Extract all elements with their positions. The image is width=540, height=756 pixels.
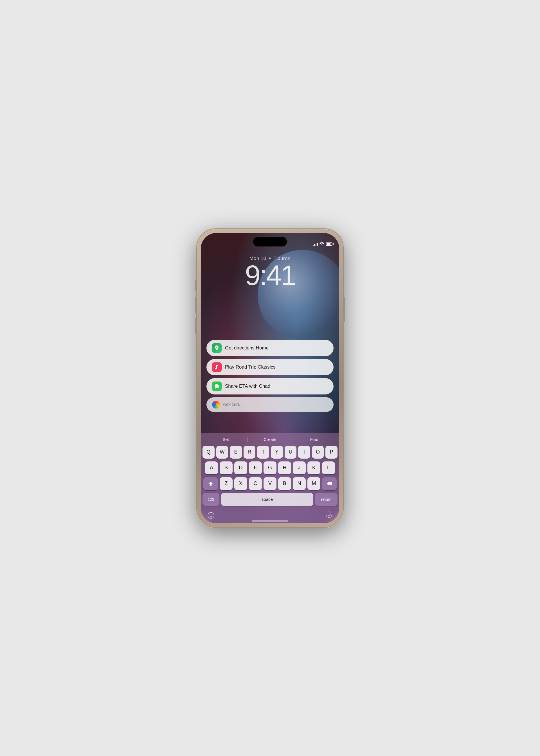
key-p[interactable]: P <box>326 446 338 459</box>
siri-orb-icon <box>212 401 220 408</box>
messages-app-icon <box>212 381 222 391</box>
predictive-create[interactable]: Create <box>248 435 292 443</box>
mic-key[interactable] <box>324 510 335 521</box>
key-i[interactable]: I <box>298 446 310 459</box>
status-right <box>313 242 333 246</box>
signal-bar-1 <box>313 245 314 245</box>
signal-bar-4 <box>317 243 318 245</box>
key-j[interactable]: J <box>293 461 306 474</box>
key-q[interactable]: Q <box>202 446 214 459</box>
svg-point-1 <box>209 514 210 515</box>
music-suggestion-text: Play Road Trip Classics <box>225 364 276 370</box>
clock-display: 9:41 <box>201 261 339 289</box>
key-s[interactable]: S <box>220 461 233 474</box>
key-f[interactable]: F <box>249 461 262 474</box>
phone-screen: Mon 10 ☀ Tiburon 9:41 Get directions Hom… <box>201 233 339 523</box>
return-key[interactable]: return <box>315 493 338 506</box>
battery-fill <box>327 243 331 245</box>
power-button[interactable] <box>343 297 344 322</box>
numbers-key[interactable]: 123 <box>202 493 219 506</box>
key-t[interactable]: T <box>257 446 269 459</box>
key-l[interactable]: L <box>322 461 335 474</box>
key-u[interactable]: U <box>285 446 297 459</box>
phone-body: Mon 10 ☀ Tiburon 9:41 Get directions Hom… <box>197 229 343 527</box>
key-g[interactable]: G <box>264 461 276 474</box>
key-d[interactable]: D <box>234 461 247 474</box>
key-a[interactable]: A <box>205 461 218 474</box>
key-o[interactable]: O <box>312 446 324 459</box>
key-k[interactable]: K <box>307 461 320 474</box>
key-row-1: Q W E R T Y U I O P <box>202 446 338 459</box>
key-n[interactable]: N <box>293 477 306 490</box>
key-h[interactable]: H <box>278 461 291 474</box>
predictive-set[interactable]: Set <box>203 435 248 443</box>
key-x[interactable]: X <box>234 477 247 490</box>
key-y[interactable]: Y <box>271 446 283 459</box>
space-key[interactable]: space <box>221 493 313 506</box>
svg-rect-3 <box>328 512 330 516</box>
predictive-find[interactable]: Find <box>292 435 337 443</box>
key-m[interactable]: M <box>307 477 320 490</box>
key-row-3: Z X C V B N M <box>202 477 338 490</box>
directions-suggestion-text: Get directions Home <box>225 345 269 351</box>
emoji-key[interactable] <box>205 510 216 521</box>
phone-device: Mon 10 ☀ Tiburon 9:41 Get directions Hom… <box>197 229 343 527</box>
key-z[interactable]: Z <box>220 477 233 490</box>
messages-suggestion-text: Share ETA with Chad <box>225 383 270 389</box>
suggestion-directions[interactable]: Get directions Home <box>206 340 334 356</box>
svg-point-0 <box>208 512 214 519</box>
signal-bar-3 <box>316 244 317 245</box>
signal-bars-icon <box>313 242 318 245</box>
delete-key[interactable] <box>322 477 337 490</box>
key-b[interactable]: B <box>278 477 291 490</box>
svg-point-2 <box>212 514 212 515</box>
keyboard-container: Set Create Find Q W E R T Y U I O P <box>201 433 339 523</box>
siri-suggestions-container: Get directions Home Play Road Trip Class… <box>206 340 334 412</box>
suggestion-messages[interactable]: Share ETA with Chad <box>206 378 334 394</box>
suggestion-music[interactable]: Play Road Trip Classics <box>206 359 334 375</box>
siri-placeholder-text: Ask Siri... <box>223 402 243 407</box>
battery-icon <box>326 242 333 245</box>
key-row-2: A S D F G H J K L <box>202 461 338 474</box>
home-indicator <box>252 520 288 522</box>
predictive-text-row: Set Create Find <box>202 435 338 443</box>
key-row-4: 123 space return <box>202 493 338 506</box>
shift-key[interactable] <box>203 477 218 490</box>
wifi-icon <box>320 242 324 246</box>
key-v[interactable]: V <box>264 477 276 490</box>
siri-input-container[interactable]: Ask Siri... <box>206 397 334 412</box>
key-c[interactable]: C <box>249 477 262 490</box>
maps-app-icon <box>212 343 222 353</box>
key-r[interactable]: R <box>243 446 256 459</box>
music-app-icon <box>212 363 222 372</box>
signal-bar-2 <box>314 244 315 245</box>
key-w[interactable]: W <box>216 446 228 459</box>
key-e[interactable]: E <box>230 446 242 459</box>
dynamic-island <box>253 237 287 246</box>
